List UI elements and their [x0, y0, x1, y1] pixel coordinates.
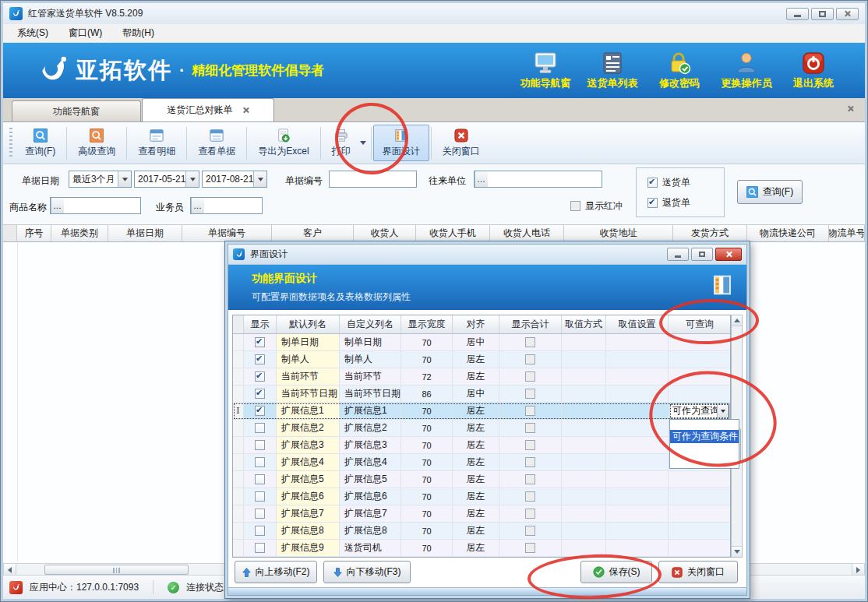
dialog-close-window-button[interactable]: 关闭窗口 — [658, 561, 738, 583]
width-cell[interactable]: 70 — [401, 437, 453, 453]
dialog-maximize-button[interactable] — [691, 248, 713, 261]
delivery-bill-checkbox[interactable]: 送货单 — [647, 176, 690, 189]
change-password-button[interactable]: 修改密码 — [650, 51, 709, 90]
advanced-query-button[interactable]: 高级查询 — [69, 125, 125, 161]
show-checkbox[interactable] — [255, 457, 265, 467]
dialog-table-row[interactable]: 扩展信息7扩展信息770居左 — [233, 505, 730, 523]
checkbox-icon[interactable] — [647, 178, 658, 188]
custom-name-cell[interactable]: 扩展信息5 — [340, 471, 401, 488]
checkbox-icon[interactable] — [647, 198, 658, 208]
row-selector-header[interactable] — [3, 225, 17, 241]
salesman-input[interactable]: … — [190, 197, 263, 214]
show-checkbox[interactable] — [255, 423, 265, 433]
ellipsis-button[interactable]: … — [475, 171, 488, 187]
column-header[interactable]: 序号 — [17, 225, 51, 241]
show-checkbox[interactable] — [255, 491, 265, 502]
dialog-table-row[interactable]: 扩展信息3扩展信息370居左 — [233, 437, 730, 454]
dialog-table-row[interactable]: 扩展信息5扩展信息570居左 — [233, 471, 730, 488]
show-checkbox[interactable] — [255, 526, 265, 536]
column-header[interactable]: 客户 — [272, 225, 354, 241]
scrollbar-thumb[interactable] — [44, 565, 189, 575]
dialog-close-button[interactable] — [715, 248, 742, 261]
show-checkbox[interactable] — [255, 543, 265, 553]
menu-help[interactable]: 帮助(H) — [115, 24, 162, 42]
show-checkbox[interactable] — [255, 474, 265, 484]
minimize-button[interactable] — [786, 8, 809, 20]
width-cell[interactable]: 86 — [401, 385, 453, 402]
sum-checkbox[interactable] — [525, 423, 535, 433]
move-down-button[interactable]: 向下移动(F3) — [323, 561, 411, 583]
tab-close-icon[interactable] — [242, 107, 249, 114]
ui-design-button[interactable]: 界面设计 — [373, 125, 429, 161]
dropdown-item-empty[interactable] — [670, 420, 739, 430]
sum-checkbox[interactable] — [525, 371, 535, 382]
close-button[interactable] — [836, 8, 859, 20]
show-checkbox[interactable] — [255, 371, 265, 382]
dialog-table-row[interactable]: 扩展信息6扩展信息670居左 — [233, 488, 730, 505]
width-cell[interactable]: 70 — [401, 540, 453, 556]
custom-name-cell[interactable]: 扩展信息4 — [340, 454, 401, 470]
sum-checkbox[interactable] — [525, 337, 535, 347]
width-cell[interactable]: 70 — [401, 471, 453, 488]
align-cell[interactable]: 居左 — [453, 420, 499, 436]
align-cell[interactable]: 居中 — [453, 334, 499, 350]
sum-checkbox[interactable] — [525, 406, 535, 416]
custom-name-cell[interactable]: 扩展信息3 — [340, 437, 401, 453]
query-button[interactable]: 查询(F) — [16, 125, 65, 161]
dialog-column-header[interactable]: 对齐 — [453, 315, 499, 333]
tab-delivery-summary[interactable]: 送货汇总对账单 — [142, 98, 274, 121]
show-checkbox[interactable] — [255, 440, 265, 450]
dialog-table-row[interactable]: 制单日期制单日期70居中 — [233, 334, 730, 351]
show-checkbox[interactable] — [255, 406, 265, 416]
column-header[interactable]: 收货地址 — [564, 225, 673, 241]
combo-dropdown-button[interactable] — [717, 405, 729, 417]
return-bill-checkbox[interactable]: 退货单 — [647, 196, 690, 209]
column-header[interactable]: 发货方式 — [673, 225, 747, 241]
align-cell[interactable]: 居左 — [453, 471, 499, 488]
custom-name-cell[interactable]: 扩展信息2 — [340, 420, 401, 436]
scroll-up-button[interactable] — [732, 315, 742, 326]
delivery-list-button[interactable]: 送货单列表 — [583, 51, 642, 90]
maximize-button[interactable] — [811, 8, 834, 20]
column-header[interactable]: 物流快递公司 — [747, 225, 829, 241]
sum-checkbox[interactable] — [525, 509, 535, 519]
dialog-column-header[interactable]: 取值方式 — [562, 315, 606, 333]
date-preset-combobox[interactable]: 最近3个月 — [69, 171, 132, 188]
export-excel-button[interactable]: 导出为Excel — [249, 125, 318, 161]
bill-no-input[interactable] — [329, 171, 417, 188]
width-cell[interactable]: 70 — [401, 488, 453, 505]
date-to-picker[interactable]: 2017-08-21 — [202, 171, 267, 188]
show-checkbox[interactable] — [255, 337, 265, 347]
dialog-column-header[interactable]: 默认列名 — [277, 315, 340, 333]
width-cell[interactable]: 70 — [401, 420, 453, 436]
date-from-picker[interactable]: 2017-05-21 — [134, 171, 199, 188]
filter-query-button[interactable]: 查询(F) — [737, 180, 803, 204]
column-header[interactable]: 单据类别 — [51, 225, 108, 241]
dialog-table-row[interactable]: I扩展信息1扩展信息170居左可作为查询 — [233, 403, 730, 420]
custom-name-cell[interactable]: 扩展信息6 — [340, 488, 401, 505]
dialog-column-header[interactable]: 显示 — [244, 315, 277, 333]
move-up-button[interactable]: 向上移动(F2) — [235, 561, 317, 583]
width-cell[interactable]: 70 — [401, 334, 453, 350]
menu-window[interactable]: 窗口(W) — [61, 24, 110, 42]
dialog-column-header[interactable]: 可查询 — [669, 315, 731, 333]
show-checkbox[interactable] — [255, 509, 265, 519]
queryable-dropdown-list[interactable]: 可作为查询条件 — [669, 419, 739, 469]
show-red-checkbox[interactable]: 显示红冲 — [570, 199, 623, 213]
ellipsis-button[interactable]: … — [191, 198, 204, 213]
dialog-table-row[interactable]: 扩展信息8扩展信息870居左 — [233, 523, 730, 540]
sum-checkbox[interactable] — [525, 457, 535, 467]
column-header[interactable]: 收货人手机 — [416, 225, 490, 241]
dialog-table-row[interactable]: 制单人制单人70居左 — [233, 351, 730, 368]
menu-system[interactable]: 系统(S) — [9, 24, 56, 42]
switch-operator-button[interactable]: 更换操作员 — [717, 51, 776, 90]
width-cell[interactable]: 70 — [401, 523, 453, 539]
align-cell[interactable]: 居左 — [453, 505, 499, 522]
custom-name-cell[interactable]: 当前环节日期 — [340, 385, 401, 402]
show-checkbox[interactable] — [255, 354, 265, 364]
view-bill-button[interactable]: 查看单据 — [189, 125, 245, 161]
column-header[interactable]: 收货人 — [354, 225, 416, 241]
scroll-right-button[interactable] — [852, 564, 864, 576]
dialog-table-row[interactable]: 当前环节日期当前环节日期86居中 — [233, 385, 730, 403]
print-dropdown-icon[interactable] — [360, 141, 366, 145]
